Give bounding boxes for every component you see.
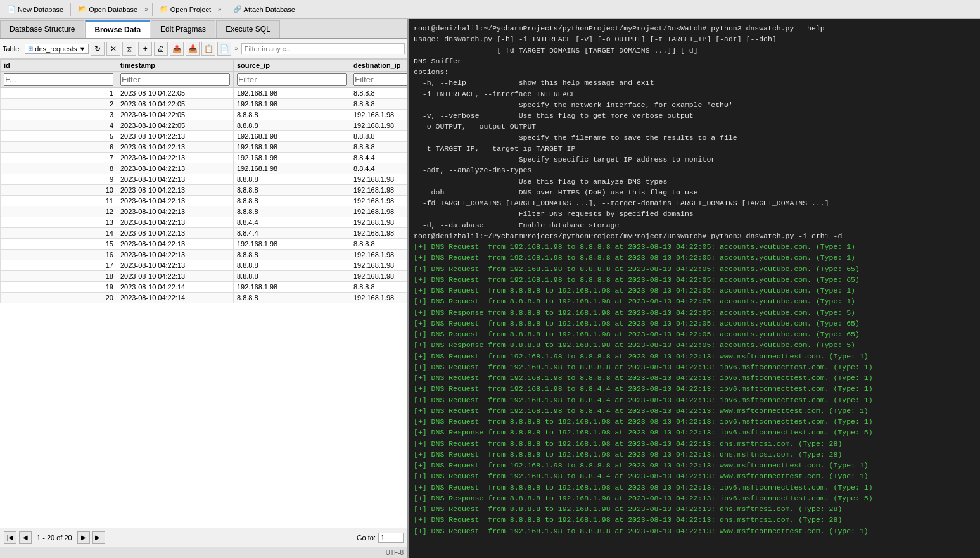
table-cell: 8.8.8.8 — [350, 142, 408, 153]
filter-id-input[interactable] — [4, 73, 113, 86]
next-page-button[interactable]: ▶ — [77, 531, 90, 544]
table-cell: 8.8.8.8 — [350, 99, 408, 110]
table-cell: 8.8.8.8 — [350, 282, 408, 293]
terminal-line: [+] DNS Request from 8.8.8.8 to 192.168.… — [414, 296, 975, 307]
table-cell: 19 — [1, 282, 117, 293]
goto-input[interactable] — [378, 533, 404, 543]
table-row[interactable]: 92023-08-10 04:22:138.8.8.8192.168.1.98i… — [1, 174, 408, 185]
last-page-button[interactable]: ▶| — [92, 531, 105, 544]
delete-row-button[interactable]: ✕ — [106, 42, 120, 56]
terminal-line: [+] DNS Request from 192.168.1.98 to 8.8… — [414, 460, 975, 471]
open-database-button[interactable]: 📂 Open Database — [73, 3, 142, 15]
terminal-line: -i INTERFACE, --interface INTERFACE — [414, 89, 975, 99]
table-row[interactable]: 202023-08-10 04:22:148.8.8.8192.168.1.98… — [1, 293, 408, 303]
table-cell: 8.8.8.8 — [234, 120, 350, 131]
table-select[interactable]: ⊞ dns_requests ▼ — [25, 44, 89, 54]
table-cell: 13 — [1, 217, 117, 228]
table-label: Table: — [3, 45, 21, 53]
tab-edit-pragmas[interactable]: Edit Pragmas — [151, 20, 215, 38]
terminal-content[interactable]: root@denizhalil:~/PycharmProjects/python… — [409, 19, 980, 558]
table-cell: 8.8.8.8 — [350, 131, 408, 142]
table-cell: 2023-08-10 04:22:05 — [117, 110, 234, 120]
export-button[interactable]: 📤 — [170, 42, 184, 56]
table-cell: 192.168.1.98 — [350, 185, 408, 196]
table-row[interactable]: 132023-08-10 04:22:138.8.4.4192.168.1.98… — [1, 217, 408, 228]
print-button[interactable]: 🖨 — [154, 42, 168, 56]
col-header-timestamp[interactable]: timestamp — [117, 60, 234, 72]
table-cell: 192.168.1.98 — [234, 163, 350, 174]
filter-destip-input[interactable] — [353, 73, 407, 86]
table-cell: 2023-08-10 04:22:13 — [117, 217, 234, 228]
terminal-line: [+] DNS Response from 8.8.8.8 to 192.168… — [414, 307, 975, 318]
terminal-line: -d, --database Enable database storage — [414, 220, 975, 231]
table-row[interactable]: 152023-08-10 04:22:13192.168.1.988.8.8.8… — [1, 239, 408, 250]
table-row[interactable]: 72023-08-10 04:22:13192.168.1.988.8.4.4i… — [1, 153, 408, 163]
terminal-line: --doh DNS over HTTPS (DoH) use this flag… — [414, 187, 975, 198]
terminal-line: Specify the filename to save the results… — [414, 132, 975, 143]
col-header-id[interactable]: id — [1, 60, 117, 72]
table-row[interactable]: 182023-08-10 04:22:138.8.8.8192.168.1.98… — [1, 271, 408, 282]
table-cell: 2023-08-10 04:22:05 — [117, 120, 234, 131]
terminal-line: [+] DNS Request from 192.168.1.98 to 8.8… — [414, 274, 975, 285]
table-cell: 2023-08-10 04:22:13 — [117, 250, 234, 260]
tab-execute-sql[interactable]: Execute SQL — [216, 20, 280, 38]
table-row[interactable]: 192023-08-10 04:22:14192.168.1.988.8.8.8… — [1, 282, 408, 293]
goto-label: Go to: — [357, 534, 376, 542]
table-cell: 10 — [1, 185, 117, 196]
main-layout: Database Structure Browse Data Edit Prag… — [0, 19, 980, 558]
table-row[interactable]: 112023-08-10 04:22:138.8.8.8192.168.1.98… — [1, 196, 408, 206]
terminal-line: -h, --help show this help message and ex… — [414, 77, 975, 88]
table-row[interactable]: 162023-08-10 04:22:138.8.8.8192.168.1.98… — [1, 250, 408, 260]
table-cell: 192.168.1.98 — [234, 88, 350, 99]
table-cell: 8.8.8.8 — [234, 260, 350, 271]
tab-database-structure[interactable]: Database Structure — [0, 20, 84, 38]
col-header-destination-ip[interactable]: destination_ip — [350, 60, 408, 72]
table-cell: 2023-08-10 04:22:05 — [117, 99, 234, 110]
table-row[interactable]: 62023-08-10 04:22:13192.168.1.988.8.8.8i… — [1, 142, 408, 153]
filter-sourceip-input[interactable] — [237, 73, 347, 86]
table-row[interactable]: 32023-08-10 04:22:058.8.8.8192.168.1.98a… — [1, 110, 408, 120]
table-row[interactable]: 142023-08-10 04:22:138.8.4.4192.168.1.98… — [1, 228, 408, 239]
filter-timestamp-input[interactable] — [120, 73, 230, 86]
first-page-button[interactable]: |◀ — [4, 531, 16, 544]
table-cell: 2023-08-10 04:22:13 — [117, 228, 234, 239]
open-project-button[interactable]: 📁 Open Project — [155, 3, 215, 15]
table-row[interactable]: 12023-08-10 04:22:05192.168.1.988.8.8.8a… — [1, 88, 408, 99]
table-row[interactable]: 82023-08-10 04:22:13192.168.1.988.8.4.4w… — [1, 163, 408, 174]
table-cell: 8.8.8.8 — [234, 271, 350, 282]
table-row[interactable]: 172023-08-10 04:22:138.8.8.8192.168.1.98… — [1, 260, 408, 271]
table-row[interactable]: 122023-08-10 04:22:138.8.8.8192.168.1.98… — [1, 206, 408, 217]
table-cell: 2 — [1, 99, 117, 110]
table-cell: 8.8.8.8 — [234, 206, 350, 217]
terminal-line: [+] DNS Request from 8.8.8.8 to 192.168.… — [414, 482, 975, 493]
import-button[interactable]: 📥 — [186, 42, 200, 56]
tab-browse-data[interactable]: Browse Data — [85, 20, 150, 38]
filter-input[interactable] — [241, 43, 405, 54]
attach-database-button[interactable]: 🔗 Attach Database — [229, 3, 300, 15]
prev-page-button[interactable]: ◀ — [19, 531, 32, 544]
table-row[interactable]: 52023-08-10 04:22:13192.168.1.988.8.8.8w… — [1, 131, 408, 142]
col-header-source-ip[interactable]: source_ip — [234, 60, 350, 72]
encoding-label: UTF-8 — [386, 549, 404, 556]
copy-button[interactable]: 📋 — [201, 42, 215, 56]
paste-button[interactable]: 📄 — [217, 42, 231, 56]
new-record-button[interactable]: + — [138, 42, 152, 56]
refresh-button[interactable]: ↻ — [91, 42, 105, 56]
table-cell: 3 — [1, 110, 117, 120]
terminal-line: [+] DNS Request from 192.168.1.98 to 8.8… — [414, 405, 975, 416]
table-row[interactable]: 42023-08-10 04:22:058.8.8.8192.168.1.98a… — [1, 120, 408, 131]
table-cell: 192.168.1.98 — [350, 196, 408, 206]
table-cell: 192.168.1.98 — [350, 260, 408, 271]
terminal-line: Filter DNS requests by specified domains — [414, 208, 975, 219]
table-cell: 8.8.8.8 — [234, 110, 350, 120]
table-row[interactable]: 22023-08-10 04:22:05192.168.1.988.8.8.8a… — [1, 99, 408, 110]
toolbar-dots-table: » — [233, 45, 239, 52]
terminal-line: usage: dnswatch.py [-h] -i INTERFACE [-v… — [414, 34, 975, 44]
filter-button[interactable]: ⧖ — [122, 42, 136, 56]
table-row[interactable]: 102023-08-10 04:22:138.8.8.8192.168.1.98… — [1, 185, 408, 196]
terminal-line: [+] DNS Response from 8.8.8.8 to 192.168… — [414, 493, 975, 504]
new-database-button[interactable]: 📄 New Database — [3, 3, 68, 15]
separator-3 — [226, 3, 226, 16]
status-bar: UTF-8 — [0, 547, 407, 558]
terminal-line: -fd TARGET_DOMAINS [TARGET_DOMAINS ...],… — [414, 198, 975, 208]
